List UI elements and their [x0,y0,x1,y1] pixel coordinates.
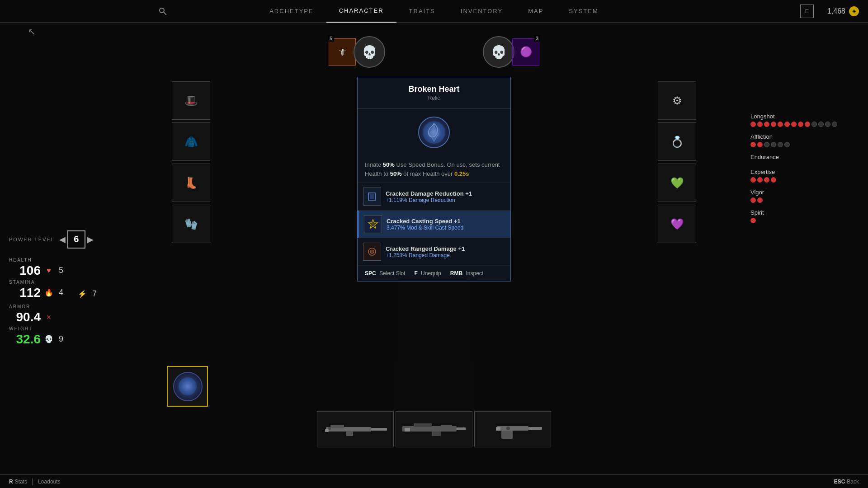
dot[interactable] [811,122,817,127]
action-select[interactable]: SPC Select Slot [365,270,405,277]
svg-rect-12 [325,429,329,432]
slot-ring2[interactable]: 💚 [658,164,696,202]
nav-traits[interactable]: TRAITS [396,0,448,23]
traits-panel: Longshot Affliction [741,23,868,474]
weapon-slot-3[interactable] [474,411,551,447]
archetype-right-icon[interactable]: 🟣 [512,38,539,66]
mod-item-1[interactable]: Cracked Casting Speed +1 3.477% Mod & Sk… [358,211,510,238]
dot[interactable] [750,197,756,203]
archetype-right-circle[interactable]: 💀 [483,36,514,68]
svg-rect-15 [457,427,466,430]
main-content: POWER LEVEL ◀ 6 ▶ HEALTH 106 ♥ 5 STAMINA… [0,23,868,474]
archetype-left[interactable]: 🗡 💀 5 [329,36,385,68]
dot[interactable] [764,122,769,127]
archetype-right[interactable]: 💀 🟣 3 [483,36,539,68]
dot[interactable] [805,122,810,127]
svg-rect-3 [370,194,374,199]
nav-system[interactable]: SYSTEM [556,0,611,23]
dot[interactable] [771,177,776,183]
stamina-icon: 🔥 [44,288,53,297]
slot-legs[interactable]: 👢 [172,164,210,202]
dot[interactable] [750,122,756,127]
svg-rect-11 [346,431,353,436]
weapon-slot-2[interactable] [396,411,472,447]
power-level-next[interactable]: ▶ [87,235,94,244]
svg-rect-9 [371,428,387,431]
search-button[interactable] [154,2,172,20]
character-center: 🗡 💀 5 💀 🟣 3 🎩 🧥 👢 � [127,23,741,474]
dot[interactable] [771,142,776,147]
relic-right-icon: 💜 [658,205,696,243]
action-spc-label: Select Slot [379,270,405,277]
dot[interactable] [757,197,763,203]
trait-affliction: Affliction [750,133,859,147]
electric-sub: 7 [92,289,97,299]
slot-helmet[interactable]: 🎩 [172,81,210,120]
mod-name-1: Cracked Casting Speed +1 [387,218,505,225]
trait-spirit-name: Spirit [750,209,859,216]
e-key-button[interactable]: E [800,5,814,18]
power-level-label: POWER LEVEL [9,237,55,242]
svg-line-1 [164,12,166,15]
armor-row: 90.4 ✕ [9,310,118,324]
dot[interactable] [784,142,790,147]
nav-archetype[interactable]: ARCHETYPE [257,0,326,23]
action-spc-key: SPC [365,270,376,277]
electric-row: ⚡ 7 [78,289,118,299]
nav-character[interactable]: CHARACTER [326,0,396,23]
popup-subtitle: Relic [365,95,503,101]
dot[interactable] [771,122,776,127]
mod-name-2: Cracked Ranged Damage +1 [386,245,505,252]
slot-ring1[interactable]: ⚙ [658,81,696,120]
action-unequip[interactable]: F Unequip [414,270,441,277]
dot[interactable] [778,142,783,147]
nav-map[interactable]: MAP [515,0,556,23]
currency-icon: ◈ [849,6,859,16]
bottom-left: R Stats | Loadouts [9,478,61,486]
dot[interactable] [784,122,790,127]
weight-value: 32.6 [9,332,41,347]
svg-rect-19 [441,425,452,427]
health-icon: ♥ [44,267,53,275]
dot[interactable] [757,122,763,127]
nav-inventory[interactable]: INVENTORY [448,0,515,23]
dot[interactable] [791,122,797,127]
weapon-slot-1[interactable] [317,411,394,447]
popup-actions: SPC Select Slot F Unequip RMB Inspect [358,266,510,281]
dot[interactable] [757,177,763,183]
mod-item-2[interactable]: Cracked Ranged Damage +1 +1.258% Ranged … [358,238,510,266]
mod-item-0[interactable]: Cracked Damage Reduction +1 +1.119% Dama… [358,183,510,211]
trait-longshot: Longshot [750,113,859,127]
dot[interactable] [764,142,769,147]
archetype-left-circle[interactable]: 💀 [354,36,385,68]
dot[interactable] [750,142,756,147]
skull-sub: 9 [59,334,63,344]
svg-rect-17 [432,432,441,436]
power-level-prev[interactable]: ◀ [59,235,66,244]
archetype-slots: 🗡 💀 5 💀 🟣 3 [329,36,539,68]
dot[interactable] [750,218,756,223]
dot[interactable] [750,177,756,183]
power-level-row: POWER LEVEL ◀ 6 ▶ [9,230,118,249]
dot[interactable] [778,122,783,127]
relic-slot-active[interactable] [167,366,208,407]
slot-amulet[interactable]: 💍 [658,122,696,161]
dot[interactable] [832,122,837,127]
mod-stat-1: 3.477% Mod & Skill Cast Speed [387,225,505,231]
chest-icon: 🧥 [172,123,210,160]
dot[interactable] [764,177,769,183]
trait-affliction-name: Affliction [750,133,859,140]
dot[interactable] [757,142,763,147]
legs-icon: 👢 [172,164,210,202]
dot[interactable] [818,122,824,127]
action-inspect[interactable]: RMB Inspect [450,270,483,277]
slot-chest[interactable]: 🧥 [172,122,210,161]
slot-gloves[interactable]: 🧤 [172,205,210,243]
equipment-left-column: 🎩 🧥 👢 🧤 [172,81,210,243]
archetype-left-icon[interactable]: 🗡 [329,38,356,66]
bottom-loadouts-label: Loadouts [38,479,60,485]
dot[interactable] [825,122,830,127]
slot-relic-right[interactable]: 💜 [658,205,696,243]
svg-rect-16 [414,423,432,427]
dot[interactable] [798,122,803,127]
